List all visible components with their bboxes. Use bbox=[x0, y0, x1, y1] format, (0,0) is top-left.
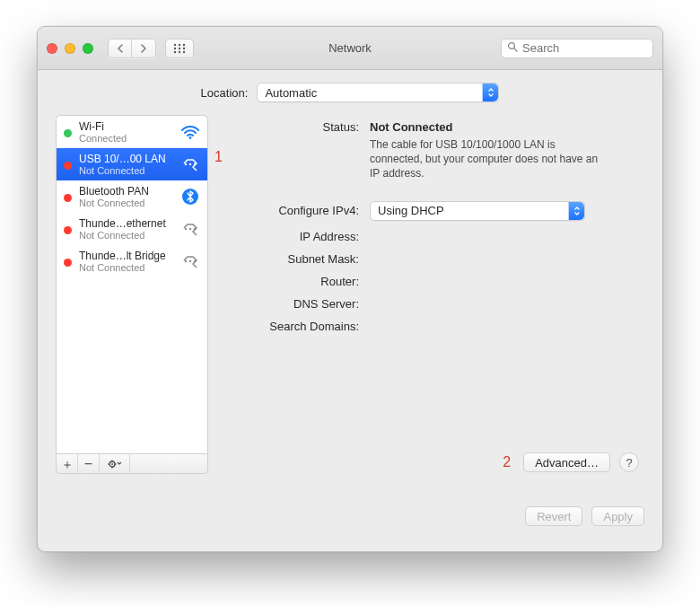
configure-ipv4-label: Configure IPv4: bbox=[224, 204, 359, 217]
search-field[interactable] bbox=[501, 39, 653, 58]
dns-server-label: DNS Server: bbox=[224, 297, 359, 311]
svg-point-21 bbox=[194, 260, 196, 262]
svg-point-6 bbox=[174, 50, 176, 52]
svg-point-23 bbox=[111, 463, 113, 465]
ethernet-icon bbox=[180, 221, 200, 237]
dns-server-value bbox=[370, 297, 639, 311]
svg-point-1 bbox=[179, 43, 180, 45]
stepper-icon bbox=[568, 202, 584, 220]
service-status: Not Connected bbox=[79, 165, 173, 176]
service-item-bluetooth[interactable]: Bluetooth PAN Not Connected bbox=[57, 180, 207, 213]
chevron-left-icon bbox=[117, 44, 124, 53]
service-status: Not Connected bbox=[79, 198, 173, 208]
search-input[interactable] bbox=[522, 41, 647, 55]
location-label: Location: bbox=[201, 86, 249, 100]
svg-point-13 bbox=[189, 163, 191, 165]
location-value: Automatic bbox=[265, 86, 317, 100]
service-item-thunderbolt-ethernet[interactable]: Thunde…ethernet Not Connected bbox=[57, 213, 207, 245]
apply-button[interactable]: Apply bbox=[591, 506, 644, 526]
content-area: Location: Automatic Wi-Fi Connected bbox=[38, 70, 662, 551]
stepper-icon bbox=[482, 83, 498, 101]
location-row: Location: Automatic bbox=[56, 83, 644, 102]
service-actions-button[interactable] bbox=[100, 454, 130, 473]
chevron-right-icon bbox=[140, 44, 147, 53]
zoom-button[interactable] bbox=[83, 43, 93, 54]
status-description: The cable for USB 10/100/1000 LAN is con… bbox=[370, 137, 603, 181]
service-status: Not Connected bbox=[79, 230, 173, 241]
subnet-mask-value bbox=[370, 252, 639, 266]
svg-point-7 bbox=[179, 50, 180, 52]
ip-address-value bbox=[370, 230, 639, 243]
remove-service-button[interactable]: − bbox=[78, 454, 100, 473]
svg-line-10 bbox=[514, 48, 517, 51]
subnet-mask-label: Subnet Mask: bbox=[224, 252, 359, 266]
ethernet-icon bbox=[180, 253, 200, 269]
status-value: Not Connected bbox=[370, 120, 452, 134]
svg-point-12 bbox=[185, 163, 187, 165]
minimize-button[interactable] bbox=[65, 43, 75, 54]
grid-icon bbox=[173, 43, 186, 54]
status-dot-icon bbox=[64, 259, 72, 267]
service-status: Connected bbox=[79, 133, 173, 144]
revert-button[interactable]: Revert bbox=[525, 506, 582, 526]
wifi-icon bbox=[180, 124, 200, 140]
router-label: Router: bbox=[224, 275, 359, 288]
svg-point-0 bbox=[174, 43, 176, 45]
help-button[interactable]: ? bbox=[619, 452, 639, 472]
svg-point-17 bbox=[189, 228, 191, 230]
show-all-button[interactable] bbox=[165, 39, 194, 58]
add-service-button[interactable]: ＋ bbox=[57, 454, 78, 473]
close-button[interactable] bbox=[47, 43, 57, 54]
svg-point-9 bbox=[509, 43, 515, 49]
service-name: Thunde…lt Bridge bbox=[79, 250, 173, 262]
service-status: Not Connected bbox=[79, 262, 173, 273]
service-item-usb-lan[interactable]: USB 10/…00 LAN Not Connected bbox=[57, 148, 207, 180]
service-name: Wi-Fi bbox=[79, 120, 173, 133]
status-dot-icon bbox=[64, 226, 72, 234]
status-label: Status: bbox=[224, 120, 359, 181]
service-item-wifi[interactable]: Wi-Fi Connected bbox=[57, 116, 207, 148]
configure-ipv4-value: Using DHCP bbox=[378, 204, 444, 217]
advanced-button[interactable]: Advanced… bbox=[523, 452, 610, 472]
ip-address-label: IP Address: bbox=[224, 230, 359, 243]
svg-point-18 bbox=[194, 228, 196, 230]
service-name: Thunde…ethernet bbox=[79, 217, 173, 230]
status-dot-icon bbox=[64, 162, 72, 170]
search-icon bbox=[507, 41, 518, 55]
nav-buttons bbox=[108, 39, 156, 58]
svg-point-19 bbox=[185, 260, 187, 262]
svg-point-16 bbox=[185, 228, 187, 230]
service-name: Bluetooth PAN bbox=[79, 185, 173, 198]
window-controls bbox=[47, 43, 93, 54]
ethernet-icon bbox=[180, 156, 200, 172]
service-name: USB 10/…00 LAN bbox=[79, 153, 173, 165]
service-list-toolbar: ＋ − bbox=[56, 454, 208, 474]
bluetooth-icon bbox=[180, 188, 200, 206]
status-dot-icon bbox=[64, 194, 72, 202]
forward-button[interactable] bbox=[132, 40, 155, 57]
search-domains-label: Search Domains: bbox=[224, 320, 359, 333]
annotation-2: 2 bbox=[503, 454, 511, 470]
svg-point-2 bbox=[183, 43, 185, 45]
search-domains-value bbox=[370, 320, 639, 333]
network-preferences-window: Network Location: Automatic bbox=[37, 26, 663, 552]
footer-buttons: Revert Apply bbox=[56, 506, 644, 526]
svg-point-8 bbox=[183, 50, 185, 52]
status-dot-icon bbox=[64, 129, 72, 137]
titlebar: Network bbox=[38, 27, 662, 70]
gear-icon bbox=[108, 459, 122, 470]
location-select[interactable]: Automatic bbox=[257, 83, 499, 102]
back-button[interactable] bbox=[109, 40, 132, 57]
svg-point-20 bbox=[189, 260, 191, 262]
service-detail: 1 Status: Not Connected The cable for US… bbox=[219, 115, 644, 474]
svg-point-14 bbox=[194, 163, 196, 165]
svg-point-4 bbox=[179, 47, 180, 48]
svg-point-11 bbox=[189, 136, 192, 139]
service-sidebar: Wi-Fi Connected USB 10/…00 LAN Not Conne… bbox=[56, 115, 208, 474]
service-list[interactable]: Wi-Fi Connected USB 10/…00 LAN Not Conne… bbox=[56, 115, 208, 454]
svg-point-3 bbox=[174, 47, 176, 48]
service-item-thunderbolt-bridge[interactable]: Thunde…lt Bridge Not Connected bbox=[57, 245, 207, 277]
svg-point-5 bbox=[183, 47, 185, 48]
configure-ipv4-select[interactable]: Using DHCP bbox=[370, 201, 585, 221]
router-value bbox=[370, 275, 639, 288]
